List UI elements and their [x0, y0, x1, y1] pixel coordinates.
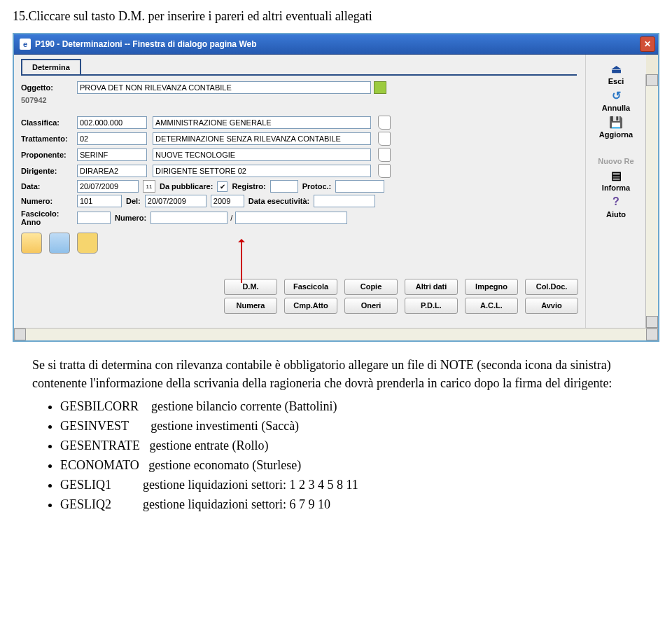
list-item: GESBILCORR gestione bilancio corrente (B… — [60, 397, 657, 415]
attachment-icons — [21, 233, 577, 254]
proponente-file-icon[interactable] — [378, 148, 391, 162]
label-numero: Numero: — [21, 197, 77, 205]
classifica-file-icon[interactable] — [378, 116, 391, 130]
input-fascicolo-numero2[interactable] — [235, 212, 347, 224]
dirigente-file-icon[interactable] — [378, 164, 391, 178]
label-da-pubblicare: Da pubblicare: — [160, 182, 213, 191]
rbtn-informa[interactable]: ▤Informa — [592, 167, 640, 192]
label-oggetto: Oggetto: — [21, 83, 77, 92]
dialog-window: e P190 - Determinazioni -- Finestra di d… — [13, 33, 659, 342]
input-oggetto[interactable]: PROVA DET NON RILEVANZA CONTABILE — [77, 81, 371, 94]
list-item: GESLIQ1 gestione liquidazioni settori: 1… — [60, 476, 657, 494]
input-data[interactable]: 20/07/2009 — [77, 180, 139, 193]
post-text: Se si tratta di determina con rilevanza … — [32, 356, 657, 392]
scroll-right-icon[interactable] — [646, 329, 658, 340]
rbtn-label: Aiuto — [592, 210, 640, 219]
rbtn-label: Annulla — [592, 104, 640, 112]
rbtn-nuovo: Nuovo Re — [592, 141, 640, 165]
trattamento-file-icon[interactable] — [378, 132, 391, 146]
label-codice: 507942 — [21, 96, 77, 104]
input-trattamento-code[interactable]: 02 — [77, 132, 147, 145]
new-record-icon — [603, 141, 629, 156]
window-title: P190 - Determinazioni -- Finestra di dia… — [35, 39, 257, 49]
rbtn-aiuto[interactable]: ?Aiuto — [592, 194, 640, 219]
btn-fascicola[interactable]: Fascicola — [284, 279, 337, 295]
rbtn-label: Informa — [592, 184, 640, 192]
bottom-row-2: Numera Cmp.Atto Oneri P.D.L. A.C.L. Avvi… — [224, 298, 658, 314]
btn-altri-dati[interactable]: Altri dati — [405, 279, 458, 295]
scroll-down-icon[interactable] — [646, 316, 658, 328]
form-panel: Determina Oggetto: PROVA DET NON RILEVAN… — [14, 55, 585, 328]
input-data-esecutivita[interactable] — [314, 195, 375, 207]
tab-determina[interactable]: Determina — [21, 59, 81, 74]
page-icon: e — [20, 39, 31, 50]
oggetto-action-icon[interactable] — [374, 81, 386, 94]
save-icon: 💾 — [603, 114, 629, 130]
input-trattamento-desc[interactable]: DETERMINAZIONE SENZA RILEVANZA CONTABILE — [153, 132, 371, 145]
input-fascicolo-anno[interactable] — [77, 212, 111, 224]
btn-impegno[interactable]: Impegno — [465, 279, 518, 295]
info-icon: ▤ — [603, 167, 629, 183]
label-proponente: Proponente: — [21, 151, 77, 159]
scroll-track[interactable] — [646, 86, 658, 316]
help-icon: ? — [603, 194, 629, 209]
label-registro: Registro: — [232, 182, 265, 191]
btn-oneri[interactable]: Oneri — [344, 298, 398, 314]
list-item: GESENTRATE gestione entrate (Rollo) — [60, 436, 657, 455]
attach-icon-2[interactable] — [49, 233, 70, 254]
rbtn-label: Aggiorna — [592, 130, 640, 139]
input-dirigente-code[interactable]: DIRAREA2 — [77, 165, 147, 177]
input-classifica-desc[interactable]: AMMINISTRAZIONE GENERALE — [153, 116, 371, 129]
input-proponente-desc[interactable]: NUOVE TECNOLOGIE — [153, 148, 371, 161]
attach-icon-1[interactable] — [21, 233, 42, 254]
input-proponente-code[interactable]: SERINF — [77, 148, 147, 161]
close-icon[interactable]: ✕ — [640, 36, 655, 52]
label-dirigente: Dirigente: — [21, 167, 77, 175]
btn-avvio[interactable]: Avvio — [525, 298, 578, 314]
btn-numera[interactable]: Numera — [224, 298, 277, 314]
label-data-esecutivita: Data esecutività: — [248, 197, 309, 205]
bottom-row-1: D.M. Fascicola Copie Altri dati Impegno … — [224, 279, 658, 295]
btn-cmp-atto[interactable]: Cmp.Atto — [284, 298, 337, 314]
input-fascicolo-numero1[interactable] — [150, 212, 227, 224]
title-bar[interactable]: e P190 - Determinazioni -- Finestra di d… — [14, 34, 658, 55]
label-classifica: Classifica: — [21, 118, 77, 127]
input-del[interactable]: 20/07/2009 — [145, 195, 206, 207]
rbtn-aggiorna[interactable]: 💾Aggiorna — [592, 114, 640, 139]
btn-acl[interactable]: A.C.L. — [465, 298, 518, 314]
client-area: Determina Oggetto: PROVA DET NON RILEVAN… — [14, 55, 658, 328]
rbtn-label: Nuovo Re — [592, 157, 640, 165]
input-year[interactable]: 2009 — [211, 195, 244, 207]
input-protoc[interactable] — [335, 180, 384, 193]
list-item: GESLIQ2 gestione liquidazioni settori: 6… — [60, 495, 657, 513]
label-fascicolo: Fascicolo: Anno — [21, 209, 77, 226]
btn-dm[interactable]: D.M. — [224, 279, 277, 295]
post-list: GESBILCORR gestione bilancio corrente (B… — [32, 397, 657, 514]
input-dirigente-desc[interactable]: DIRIGENTE SETTORE 02 — [153, 165, 371, 177]
list-item: GESINVEST gestione investimenti (Saccà) — [60, 417, 657, 435]
post-paragraph: Se si tratta di determina con rilevanza … — [32, 356, 657, 513]
scroll-left-icon[interactable] — [14, 329, 26, 340]
bottom-buttons: D.M. Fascicola Copie Altri dati Impegno … — [224, 279, 658, 314]
checkbox-da-pubblicare[interactable]: ✔ — [217, 181, 227, 192]
horizontal-scrollbar[interactable] — [14, 328, 658, 340]
exit-icon: ⏏ — [603, 61, 629, 76]
btn-copie[interactable]: Copie — [344, 279, 398, 295]
rbtn-esci[interactable]: ⏏Esci — [592, 61, 640, 85]
vertical-scrollbar[interactable] — [645, 74, 658, 328]
btn-col-doc[interactable]: Col.Doc. — [525, 279, 578, 295]
hscroll-track[interactable] — [26, 329, 646, 340]
tab-row: Determina — [21, 59, 577, 76]
undo-icon: ↺ — [603, 88, 629, 103]
instruction-line: 15.Cliccare sul tasto D.M. per inserire … — [13, 8, 659, 25]
slash: / — [227, 214, 235, 222]
scroll-up-icon[interactable] — [646, 74, 658, 86]
rbtn-annulla[interactable]: ↺Annulla — [592, 88, 640, 112]
input-numero[interactable]: 101 — [77, 195, 122, 207]
list-item: ECONOMATO gestione economato (Sturlese) — [60, 456, 657, 474]
input-registro[interactable] — [270, 180, 298, 193]
input-classifica-code[interactable]: 002.000.000 — [77, 116, 147, 129]
btn-pdl[interactable]: P.D.L. — [405, 298, 458, 314]
calendar-icon[interactable]: 11 — [143, 180, 155, 193]
attach-icon-3[interactable] — [77, 233, 98, 254]
